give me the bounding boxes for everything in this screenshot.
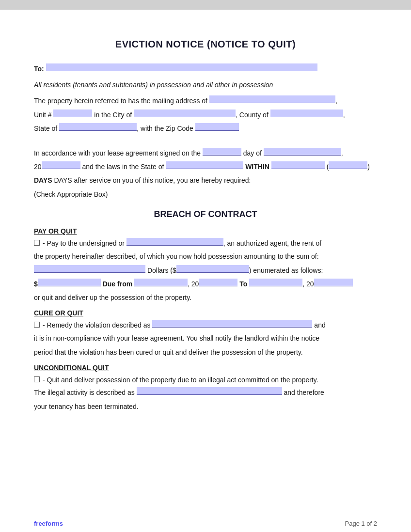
lease-month-field[interactable]: [264, 148, 341, 156]
paren-days-field[interactable]: [329, 161, 367, 169]
address-field[interactable]: [209, 95, 335, 103]
illegal-row: The illegal activity is described as and…: [34, 387, 377, 398]
page-footer: freeforms Page 1 of 2: [34, 520, 377, 527]
quit-pre: - Quit and deliver possession of the pro…: [43, 375, 318, 385]
illegal-pre: The illegal activity is described as: [34, 387, 135, 398]
remedy-line2: it is in non-compliance with your lease …: [34, 333, 377, 344]
all-residents-text: All residents (tenants and subtenants) i…: [34, 81, 377, 89]
to-label-mid: To: [239, 279, 247, 289]
dollar-sign: $: [34, 279, 38, 289]
date-from-field[interactable]: [134, 279, 188, 286]
pay-line2: the property hereinafter described, of w…: [34, 251, 377, 262]
county-pre: , County of: [236, 110, 269, 120]
remedy-pre: - Remedy the violation described as: [43, 320, 151, 330]
days-after-row: DAYS DAYS after service on you of this n…: [34, 175, 377, 186]
cure-checkbox[interactable]: [34, 322, 40, 328]
unit-pre: Unit #: [34, 110, 52, 120]
unconditional-quit-title: UNCONDITIONAL QUIT: [34, 364, 377, 372]
enumerated-text: ) enumerated as follows:: [249, 265, 323, 276]
due-amount-field[interactable]: [38, 279, 101, 286]
lease-year-field[interactable]: [42, 161, 80, 169]
from-year-field[interactable]: [199, 279, 237, 286]
brand: freeforms: [34, 520, 63, 527]
unconditional-checkbox-row: - Quit and deliver possession of the pro…: [34, 375, 377, 385]
check-box-row: (Check Appropriate Box): [34, 189, 377, 200]
state-field[interactable]: [59, 123, 137, 131]
tenancy-terminated-text: your tenancy has been terminated.: [34, 401, 377, 412]
pay-checkbox-row: - Pay to the undersigned or , an authori…: [34, 238, 377, 249]
within-label: WITHIN: [245, 161, 269, 172]
to-field[interactable]: [46, 63, 317, 71]
to-label: To:: [34, 63, 44, 74]
pay-or-quit-title: PAY OR QUIT: [34, 227, 377, 235]
dollars-text-field[interactable]: [34, 265, 145, 273]
pay-checkbox[interactable]: [34, 240, 40, 246]
city-pre: in the City of: [94, 110, 132, 120]
dollars-row: Dollars ($ ) enumerated as follows:: [34, 265, 377, 276]
due-comma: , 20: [188, 279, 199, 289]
breach-title: BREACH OF CONTRACT: [34, 209, 377, 219]
unconditional-checkbox[interactable]: [34, 376, 40, 382]
due-from-row: $ Due from , 20 To , 20: [34, 279, 377, 289]
agent-field[interactable]: [126, 238, 223, 246]
date-to-field[interactable]: [249, 279, 302, 286]
page-number: Page 1 of 2: [345, 520, 378, 527]
property-address-row: The property herein referred to has the …: [34, 95, 377, 106]
zip-pre: , with the Zip Code: [137, 123, 193, 134]
illegal-post: and therefore: [284, 387, 324, 398]
dollars-amount-field[interactable]: [176, 265, 249, 273]
lease-pre: In accordance with your lease agreement …: [34, 148, 201, 158]
brand-free: free: [34, 520, 46, 527]
unit-city-row: Unit # in the City of , County of ,: [34, 110, 377, 120]
property-address-pre: The property herein referred to has the …: [34, 95, 207, 106]
days-bold: DAYS: [34, 175, 52, 186]
county-field[interactable]: [270, 110, 343, 117]
violation-field[interactable]: [152, 320, 312, 328]
pay-pre: - Pay to the undersigned or: [43, 238, 125, 249]
to-row: To:: [34, 63, 377, 74]
zip-field[interactable]: [195, 123, 239, 131]
unit-field[interactable]: [53, 110, 92, 117]
year-state-row: 20 and the laws in the State of WITHIN (…: [34, 161, 377, 172]
brand-forms: forms: [46, 520, 63, 527]
document-title: EVICTION NOTICE (NOTICE TO QUIT): [34, 39, 377, 50]
days-paren-post: ): [367, 161, 370, 172]
remedy-and: and: [314, 320, 325, 330]
content-area: EVICTION NOTICE (NOTICE TO QUIT) To: All…: [34, 39, 377, 412]
city-field[interactable]: [134, 110, 236, 117]
cure-checkbox-row: - Remedy the violation described as and: [34, 320, 377, 330]
check-box-text: (Check Appropriate Box): [34, 189, 108, 200]
document-page: EVICTION NOTICE (NOTICE TO QUIT) To: All…: [0, 10, 411, 532]
state-laws-pre: and the laws in the State of: [82, 161, 164, 172]
lease-row: In accordance with your lease agreement …: [34, 148, 377, 158]
days-after-text: DAYS after service on you of this notice…: [54, 175, 251, 186]
to-year-field[interactable]: [314, 279, 353, 286]
year-20-pre: 20: [34, 161, 42, 172]
due-from-label: Due from: [103, 279, 132, 289]
remedy-line3: period that the violation has been cured…: [34, 347, 377, 358]
lease-day-field[interactable]: [203, 148, 241, 156]
state-pre: State of: [34, 123, 57, 134]
or-quit-text: or quit and deliver up the possession of…: [34, 292, 377, 303]
pay-post: , an authorized agent, the rent of: [223, 238, 321, 249]
within-days-field[interactable]: [271, 161, 325, 169]
illegal-activity-field[interactable]: [137, 387, 282, 395]
to-comma: , 20: [302, 279, 314, 289]
state-laws-field[interactable]: [166, 161, 243, 169]
state-zip-row: State of , with the Zip Code: [34, 123, 377, 134]
day-pre: day of: [243, 148, 262, 158]
dollars-post: Dollars ($: [147, 265, 176, 276]
cure-or-quit-title: CURE OR QUIT: [34, 309, 377, 317]
